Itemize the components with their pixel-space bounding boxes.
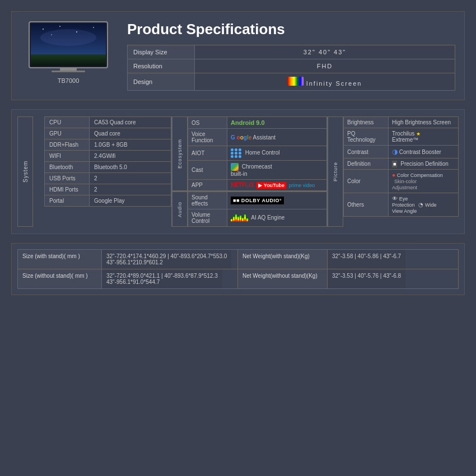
eco-row-aiot: AIOT Home Control: [188, 146, 327, 161]
audio-row-volume: Volume Control: [188, 209, 327, 227]
audio-value-volume: AI AQ Engine: [227, 209, 327, 227]
weight-with-stand-label: Net Weight(with stand)(Kg): [238, 250, 328, 269]
svg-rect-2: [31, 54, 106, 66]
weight-with-stand-value: 32"-3.58 | 40"-5.86 | 43"-6.7: [328, 250, 405, 269]
eco-label-app: APP: [188, 180, 227, 191]
contrast-icon: ◑: [392, 148, 398, 156]
picture-section-label: Picture: [328, 116, 343, 227]
picture-table: Brightness High Brightness Screen PQ Tec…: [343, 116, 459, 217]
weight-without-stand-value: 32"-3.53 | 40"-5.76 | 43"-6.8: [328, 269, 405, 288]
definition-icon: ■: [392, 161, 397, 167]
size-without-stand-row: Size (without stand)( mm ) 32"-720.4*89.…: [17, 269, 238, 289]
sys-value-wifi: 2.4GWifi: [90, 151, 171, 162]
sys-row-hdmi: HDMI Ports 2: [45, 184, 171, 195]
netflix-label: NETFLIX: [231, 182, 254, 188]
wide-angle-icon: ◔: [418, 202, 423, 208]
pic-value-contrast: ◑ Contrast Booster: [389, 146, 459, 158]
spec-value-resolution: FHD: [195, 59, 455, 73]
spec-row-resolution: Resolution FHD: [128, 59, 455, 73]
sys-row-ddr: DDR+Flash 1.0GB + 8GB: [45, 139, 171, 151]
system-section-label: System: [17, 116, 33, 227]
size-without-stand-value: 32"-720.4*89.0*421.1 | 40"-893.6*87.9*51…: [102, 269, 222, 288]
pic-row-pq: PQ Technology Trochilus ★ Extreme™: [344, 128, 459, 146]
spec-row-display: Display Size 32" 40" 43": [128, 45, 455, 59]
pic-label-pq: PQ Technology: [344, 128, 389, 146]
google-G-icon: G: [231, 134, 235, 141]
ecosystem-table: OS Android 9.0 Voice Function G oogle As…: [188, 116, 327, 191]
eco-value-cast: Chromecastbuilt-in: [227, 161, 327, 180]
picture-block: Picture Brightness High Brightness Scree…: [327, 116, 459, 227]
audio-label-volume: Volume Control: [188, 209, 227, 227]
size-without-stand-label: Size (without stand)( mm ): [18, 269, 102, 288]
pic-value-pq: Trochilus ★ Extreme™: [389, 128, 459, 146]
eco-label-aiot: AIOT: [188, 146, 227, 161]
sys-row-gpu: GPU Quad core: [45, 128, 171, 139]
svg-point-6: [93, 27, 94, 28]
size-with-stand-row: Size (with stand)( mm ) 32"-720.4*174.1*…: [17, 249, 238, 269]
sys-label-usb: USB Ports: [45, 173, 90, 184]
eco-row-cast: Cast Chromecastbuilt-in: [188, 161, 327, 180]
specs-block: Product Specifications Display Size 32" …: [116, 21, 455, 91]
extreme-label: Extreme™: [392, 137, 418, 143]
dolby-logo: ■■ DOLBY AUDIO°: [231, 197, 284, 204]
sys-value-usb: 2: [90, 173, 171, 184]
size-with-stand-value: 32"-720.4*174.1*460.29 | 40"-893.6*204.7…: [102, 250, 231, 269]
sys-label-gpu: GPU: [45, 128, 90, 139]
eco-row-voice: Voice Function G oogle Assistant: [188, 129, 327, 146]
pic-row-brightness: Brightness High Brightness Screen: [344, 117, 459, 128]
audio-table-wrap: Sound effects ■■ DOLBY AUDIO° Volume Con…: [188, 192, 327, 227]
eco-label-voice: Voice Function: [188, 129, 227, 146]
chromecast-icon: [231, 163, 239, 171]
pic-row-definition: Definition ■ Precision Definition: [344, 158, 459, 170]
sys-label-hdmi: HDMI Ports: [45, 184, 90, 195]
sys-row-wifi: WIFI 2.4GWifi: [45, 151, 171, 162]
sys-row-cpu: CPU CA53 Quad core: [45, 117, 171, 128]
sys-label-ddr: DDR+Flash: [45, 139, 90, 151]
sys-label-portal: Portal: [45, 195, 90, 207]
tech-specs-section: System CPU CA53 Quad core GPU Quad core …: [11, 109, 465, 234]
definition-label: Precision Definition: [400, 161, 449, 167]
skin-color-label: Skin-colorAdjustment: [392, 179, 417, 190]
sys-value-cpu: CA53 Quad core: [90, 117, 171, 128]
spec-label-display: Display Size: [128, 45, 195, 59]
pic-row-color: Color ● Color Compensation Skin-colorAdj…: [344, 170, 459, 193]
sys-value-gpu: Quad core: [90, 128, 171, 139]
svg-point-3: [43, 29, 44, 30]
ai-bars-icon: [231, 214, 248, 222]
sys-row-usb: USB Ports 2: [45, 173, 171, 184]
pic-value-others: 👁 EyeProtection ◔ WideView Angle: [389, 193, 459, 217]
prime-label: prime video: [289, 183, 315, 188]
weight-without-stand-label: Net Weight(without stand)(Kg): [238, 269, 328, 288]
ecosystem-section-label: Ecosystem: [172, 116, 188, 191]
sys-value-hdmi: 2: [90, 184, 171, 195]
specs-table: Display Size 32" 40" 43" Resolution FHD …: [127, 45, 455, 91]
rainbow-icon: [288, 77, 304, 86]
contrast-label: Contrast Booster: [399, 149, 441, 155]
svg-rect-9: [60, 68, 77, 71]
weight-without-stand-row: Net Weight(without stand)(Kg) 32"-3.53 |…: [238, 269, 459, 289]
eco-value-voice: G oogle Assistant: [227, 129, 327, 146]
ecosystem-audio-block: Ecosystem OS Android 9.0 Voice Function …: [171, 116, 327, 227]
android-label: Android 9.0: [231, 119, 265, 126]
ai-engine-label: AI AQ Engine: [251, 214, 284, 221]
spec-row-design: Design Infinity Screen: [128, 73, 455, 91]
audio-table: Sound effects ■■ DOLBY AUDIO° Volume Con…: [188, 192, 327, 227]
dimensions-section: Size (with stand)( mm ) 32"-720.4*174.1*…: [11, 243, 465, 295]
tv-image: [26, 21, 110, 74]
svg-rect-10: [52, 71, 85, 72]
eco-value-os: Android 9.0: [227, 117, 327, 129]
trochilus-star-icon: ★: [416, 131, 421, 137]
infinity-screen-label: Infinity Screen: [306, 80, 362, 87]
size-with-stand-label: Size (with stand)( mm ): [18, 250, 102, 269]
sys-label-bt: Bluetooth: [45, 162, 90, 173]
eco-row-os: OS Android 9.0: [188, 117, 327, 129]
ecosystem-table-wrap: OS Android 9.0 Voice Function G oogle As…: [188, 116, 327, 191]
pic-label-brightness: Brightness: [344, 117, 389, 128]
sys-row-portal: Portal Google Play: [45, 195, 171, 207]
eco-value-app: NETFLIX ▶ YouTube prime video: [227, 180, 327, 191]
audio-row-sound: Sound effects ■■ DOLBY AUDIO°: [188, 192, 327, 209]
home-control-label: Home Control: [245, 150, 280, 156]
home-control-icon: [231, 148, 242, 158]
audio-label-sound: Sound effects: [188, 192, 227, 209]
pic-value-brightness: High Brightness Screen: [389, 117, 459, 128]
